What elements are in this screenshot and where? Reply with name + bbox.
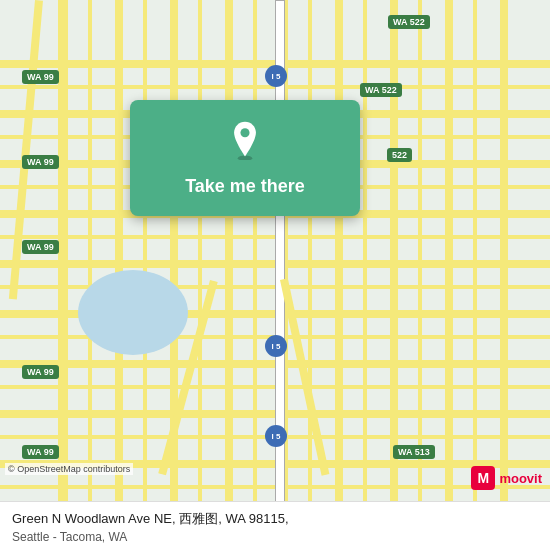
moovit-icon: M (471, 466, 495, 490)
shield-wa522-1: WA 522 (388, 15, 430, 29)
shield-wa99-2: WA 99 (22, 155, 59, 169)
svg-point-1 (240, 128, 249, 137)
shield-i5-2: I 5 (265, 335, 287, 357)
shield-wa522-2: WA 522 (360, 83, 402, 97)
region-text: Seattle - Tacoma, WA (12, 530, 538, 544)
shield-wa99-4: WA 99 (22, 365, 59, 379)
shield-wa99-1: WA 99 (22, 70, 59, 84)
shield-wa99-5: WA 99 (22, 445, 59, 459)
take-me-there-button[interactable]: Take me there (145, 172, 345, 201)
osm-attribution: © OpenStreetMap contributors (5, 463, 133, 475)
moovit-logo: M moovit (471, 466, 542, 490)
moovit-label: moovit (499, 471, 542, 486)
address-text: Green N Woodlawn Ave NE, 西雅图, WA 98115, (12, 510, 538, 528)
map-container: WA 99 WA 99 WA 99 WA 99 WA 99 WA 522 WA … (0, 0, 550, 550)
bottom-info-bar: Green N Woodlawn Ave NE, 西雅图, WA 98115, … (0, 501, 550, 550)
shield-i5-1: I 5 (265, 65, 287, 87)
shield-i5-3: I 5 (265, 425, 287, 447)
shield-522: 522 (387, 148, 412, 162)
location-pin-icon (225, 120, 265, 160)
shield-wa513: WA 513 (393, 445, 435, 459)
navigation-overlay: Take me there (130, 100, 360, 216)
shield-wa99-3: WA 99 (22, 240, 59, 254)
